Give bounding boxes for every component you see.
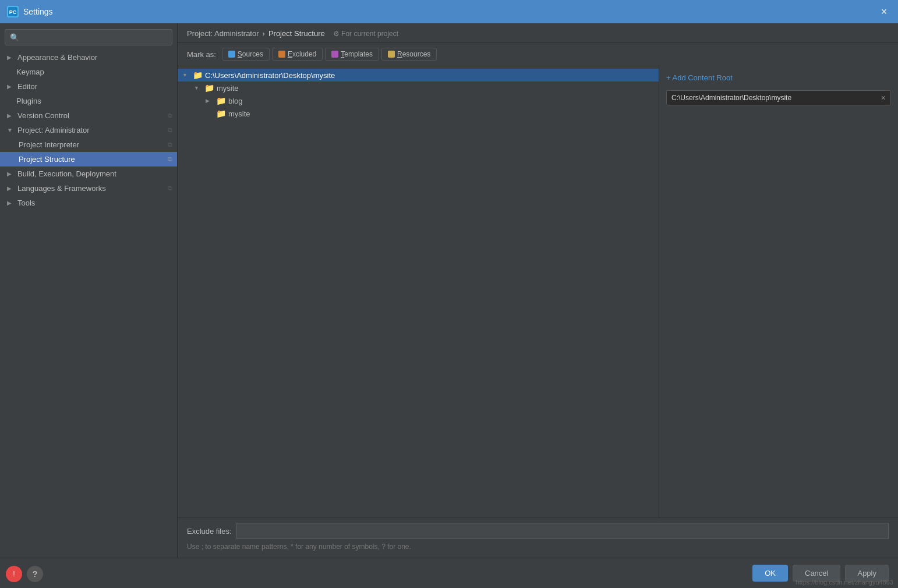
sidebar-item-label: Editor (17, 82, 172, 91)
copy-icon: ⧉ (168, 112, 172, 119)
sources-label: Sources (238, 50, 263, 58)
tree-item-blog[interactable]: ▶ 📁 blog (178, 94, 659, 107)
folder-icon: 📁 (204, 83, 214, 93)
tree-item-label: C:\Users\Administrator\Desktop\mysite (205, 71, 335, 80)
mark-as-label: Mark as: (187, 50, 216, 59)
file-tree: ▼ 📁 C:\Users\Administrator\Desktop\mysit… (178, 65, 659, 518)
folder-icon: 📁 (216, 96, 226, 105)
templates-color-dot (331, 51, 338, 58)
sidebar-item-tools[interactable]: Tools (0, 196, 177, 210)
tree-chevron-expanded: ▼ (182, 72, 190, 78)
templates-label: Templates (341, 50, 373, 58)
sources-color-dot (228, 51, 235, 58)
chevron-icon (7, 171, 14, 177)
app-icon: PC (7, 6, 19, 17)
folder-icon: 📁 (193, 70, 203, 80)
mark-as-toolbar: Mark as: Sources Excluded Templates Reso… (178, 43, 898, 65)
sidebar-item-label: Version Control (17, 111, 164, 120)
breadcrumb-info: For current project (333, 30, 398, 38)
sidebar-item-project-interpreter[interactable]: Project Interpreter ⧉ (0, 137, 177, 152)
sidebar-item-build-execution[interactable]: Build, Execution, Deployment (0, 167, 177, 181)
bottom-left-icons: ! ? (6, 566, 43, 582)
bottom-bar: OK Cancel Apply (0, 558, 898, 588)
sidebar-item-label: Keymap (16, 68, 172, 76)
breadcrumb-parent[interactable]: Project: Administrator (187, 29, 259, 38)
tree-item-label: mysite (217, 84, 239, 93)
mark-as-sources-button[interactable]: Sources (222, 48, 270, 61)
sidebar-item-appearance[interactable]: Appearance & Behavior (0, 50, 177, 65)
exclude-files-area: Exclude files: Use ; to separate name pa… (178, 518, 898, 558)
breadcrumb-current: Project Structure (268, 29, 325, 38)
sidebar-item-version-control[interactable]: Version Control ⧉ (0, 108, 177, 123)
exclude-files-row: Exclude files: (187, 523, 889, 539)
main-layout: 🔍 Appearance & Behavior Keymap Editor Pl… (0, 23, 898, 558)
sidebar-item-label: Languages & Frameworks (17, 184, 164, 193)
chevron-icon (7, 185, 14, 192)
title-bar-left: PC Settings (7, 6, 53, 17)
chevron-icon (7, 54, 14, 61)
search-input[interactable] (23, 33, 167, 42)
chevron-icon (7, 83, 14, 90)
breadcrumb-separator: › (263, 29, 265, 38)
content-root-path: C:\Users\Administrator\Desktop\mysite (671, 94, 791, 102)
resources-color-dot (388, 51, 395, 58)
sidebar-item-project-structure[interactable]: Project Structure ⧉ (0, 152, 177, 167)
add-content-root-button[interactable]: + Add Content Root (666, 71, 891, 84)
exclude-files-hint: Use ; to separate name patterns, * for a… (187, 543, 889, 551)
tree-chevron-collapsed: ▶ (206, 98, 214, 104)
copy-icon: ⧉ (168, 141, 172, 148)
tree-item-label: blog (228, 97, 243, 105)
window-title: Settings (23, 7, 53, 16)
sidebar-item-plugins[interactable]: Plugins (0, 94, 177, 108)
search-box[interactable]: 🔍 (5, 29, 172, 45)
mark-as-excluded-button[interactable]: Excluded (272, 48, 323, 61)
mark-as-templates-button[interactable]: Templates (325, 48, 379, 61)
notification-icon[interactable]: ! (6, 566, 22, 582)
chevron-icon (7, 200, 14, 206)
excluded-color-dot (278, 51, 285, 58)
content-root-item: C:\Users\Administrator\Desktop\mysite × (666, 90, 891, 105)
breadcrumb: Project: Administrator › Project Structu… (178, 23, 898, 43)
chevron-icon (7, 112, 14, 119)
mark-as-resources-button[interactable]: Resources (381, 48, 437, 61)
tree-item-label: mysite (228, 109, 250, 118)
copy-icon: ⧉ (168, 155, 172, 163)
svg-text:PC: PC (9, 9, 17, 15)
add-content-root-label: + Add Content Root (666, 73, 733, 82)
sidebar-item-label: Plugins (16, 97, 172, 105)
search-icon: 🔍 (10, 33, 19, 42)
sidebar-item-label: Project Structure (19, 155, 164, 164)
watermark: https://blog.csdn.net/zhangyu4863 (796, 579, 893, 586)
sidebar-item-label: Tools (17, 199, 172, 207)
right-panel: + Add Content Root C:\Users\Administrato… (659, 65, 898, 518)
sidebar-item-keymap[interactable]: Keymap (0, 65, 177, 79)
chevron-icon (7, 127, 14, 133)
exclude-files-label: Exclude files: (187, 527, 232, 536)
tree-item-root[interactable]: ▼ 📁 C:\Users\Administrator\Desktop\mysit… (178, 69, 659, 82)
sidebar-item-label: Project Interpreter (19, 140, 164, 149)
copy-icon: ⧉ (168, 126, 172, 134)
sidebar-item-editor[interactable]: Editor (0, 79, 177, 94)
tree-chevron-expanded: ▼ (194, 85, 202, 91)
sidebar-item-project-administrator[interactable]: Project: Administrator ⧉ (0, 123, 177, 137)
folder-icon: 📁 (216, 109, 226, 118)
excluded-label: Excluded (288, 50, 316, 58)
close-button[interactable]: × (877, 5, 891, 19)
resources-label: Resources (397, 50, 430, 58)
tree-chevron-empty: ▶ (206, 111, 214, 116)
copy-icon: ⧉ (168, 185, 172, 192)
ok-button[interactable]: OK (752, 565, 788, 582)
tree-item-mysite[interactable]: ▼ 📁 mysite (178, 82, 659, 94)
sidebar-item-label: Appearance & Behavior (17, 53, 172, 62)
sidebar-item-label: Project: Administrator (17, 126, 164, 134)
sidebar-item-label: Build, Execution, Deployment (17, 169, 172, 178)
title-bar: PC Settings × (0, 0, 898, 23)
tree-item-mysite-sub[interactable]: ▶ 📁 mysite (178, 107, 659, 120)
sidebar-item-languages-frameworks[interactable]: Languages & Frameworks ⧉ (0, 181, 177, 196)
exclude-files-input[interactable] (236, 523, 889, 539)
content-area: Project: Administrator › Project Structu… (178, 23, 898, 558)
sidebar: 🔍 Appearance & Behavior Keymap Editor Pl… (0, 23, 178, 558)
help-icon[interactable]: ? (27, 566, 43, 582)
split-panel: ▼ 📁 C:\Users\Administrator\Desktop\mysit… (178, 65, 898, 518)
content-root-close-button[interactable]: × (881, 93, 886, 102)
